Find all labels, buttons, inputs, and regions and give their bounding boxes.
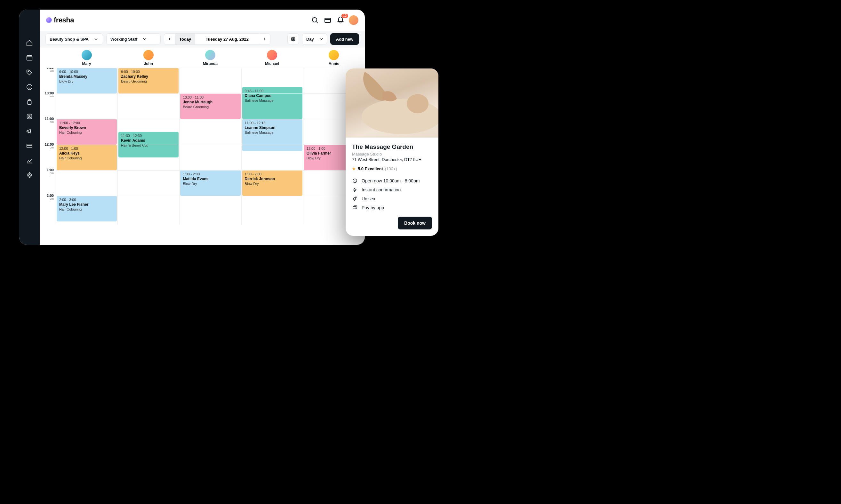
toolbar: Beauty Shop & SPA Working Staff Today Tu… [40,31,365,47]
appointment-service: Beard Grooming [121,79,176,83]
next-day-button[interactable] [259,33,270,45]
feature-payment: Pay by app [352,203,432,212]
time-gutter: 9:00am10:00am11:00am12:00pm1:00pm2:00pm [40,68,56,225]
calendar-column[interactable]: 9:45 - 11:00Diana CamposBalinese Massage… [241,68,303,225]
feature-confirmation: Instant confirmation [352,185,432,194]
appointment[interactable]: 2:00 - 3:00Mary Lee FisherHair Colouring [57,196,117,221]
sidebar [19,10,40,245]
gear-icon [290,36,296,41]
bell-icon[interactable]: 12 [336,16,345,25]
appointment[interactable]: 12:00 - 1:00Alicia KeysHair Colouring [57,145,117,170]
appointment-time: 2:00 - 3:00 [59,198,114,202]
staff-header-item: Michael [241,50,303,66]
appointment[interactable]: 1:00 - 2:00Derrick JohnsonBlow Dry [242,170,302,196]
staff-header-item: Miranda [179,50,241,66]
time-label: 9:00am [47,68,54,72]
svg-rect-3 [28,101,31,104]
appointment-service: Balinese Massage [245,98,300,103]
time-label: 12:00pm [45,143,54,149]
calendar-icon[interactable] [25,54,33,61]
appointment[interactable]: 9:00 - 10:00Brenda MasseyBlow Dry [57,68,117,93]
svg-point-14 [353,198,356,200]
appointment[interactable]: 9:00 - 10:00Zachary KelleyBeard Grooming [119,68,179,93]
staff-avatar [267,50,277,60]
svg-point-8 [312,18,317,22]
user-icon[interactable] [25,113,33,120]
book-now-button[interactable]: Book now [398,217,432,230]
appointment-client: Mary Lee Fisher [59,202,114,207]
date-navigation: Today Tuesday 27 Aug, 2022 [164,33,270,45]
appointment[interactable]: 9:45 - 11:00Diana CamposBalinese Massage [242,87,302,119]
appointment-client: Leanne Simpson [245,125,300,130]
star-icon: ★ [352,166,356,171]
calendar-column[interactable]: 9:00 - 10:00Zachary KelleyBeard Grooming… [118,68,179,225]
svg-point-1 [28,71,29,72]
appointment-service: Blow Dry [245,182,300,185]
calendar-grid: 9:00am10:00am11:00am12:00pm1:00pm2:00pm … [40,68,365,245]
booking-image [346,69,439,138]
view-mode-select[interactable]: Day [302,33,327,45]
time-label: 1:00pm [47,168,54,175]
staff-select[interactable]: Working Staff [106,33,161,45]
chevron-right-icon [263,37,266,41]
appointment-service: Balinese Massage [245,130,300,134]
appointment-client: Zachary Kelley [121,74,176,79]
megaphone-icon[interactable] [25,127,33,135]
staff-header-item: Annie [303,50,365,66]
wallet-icon[interactable] [323,16,332,25]
svg-point-10 [292,38,294,40]
prev-day-button[interactable] [164,33,175,45]
appointment[interactable]: 11:00 - 12:00Beverly BrownHair Colouring [57,119,117,145]
add-new-button[interactable]: Add new [330,33,359,45]
gender-icon [352,196,358,201]
appointment-time: 1:00 - 2:00 [183,172,238,176]
feature-hours: Open now 10:00am - 8:00pm [352,176,432,185]
logo-text: fresha [54,16,74,24]
location-select[interactable]: Beauty Shop & SPA [46,33,103,45]
user-avatar[interactable] [349,15,358,25]
staff-avatar [82,50,92,60]
staff-header: Mary John Miranda Michael Annie [40,47,365,68]
chart-icon[interactable] [25,157,33,164]
appointment[interactable]: 10:00 - 11:00Jenny MurtaughBeard Groomin… [180,93,240,119]
topbar: fresha 12 [40,10,365,31]
home-icon[interactable] [25,39,33,47]
appointment-service: Blow Dry [183,182,238,185]
appointment-time: 11:00 - 12:15 [245,121,300,125]
card-icon[interactable] [25,142,33,150]
appointment-time: 11:00 - 12:00 [59,121,114,125]
appointment[interactable]: 11:00 - 12:15Leanne SimpsonBalinese Mass… [242,119,302,151]
appointment-time: 9:00 - 10:00 [121,70,176,74]
current-date[interactable]: Tuesday 27 Aug, 2022 [195,33,259,45]
search-icon[interactable] [310,16,319,25]
product-icon[interactable] [25,98,33,106]
gear-icon[interactable] [25,172,33,179]
appointment-client: Beverly Brown [59,125,114,130]
appointment-time: 11:30 - 12:30 [121,134,176,138]
appointment-client: Diana Campos [245,93,300,98]
rating-value: 5.0 Excellent [358,166,383,171]
business-name: The Massage Garden [352,143,432,150]
appointment[interactable]: 1:00 - 2:00Matilda EvansBlow Dry [180,170,240,196]
calendar-column[interactable]: 10:00 - 11:00Jenny MurtaughBeard Groomin… [179,68,241,225]
app-window: fresha 12 Beauty Shop & SPA Working Staf… [19,10,365,245]
smile-icon[interactable] [25,83,33,91]
appointment-service: Hair Colouring [59,130,114,134]
settings-button[interactable] [287,33,299,45]
appointment-service: Blow Dry [59,79,114,83]
svg-rect-9 [325,18,330,22]
staff-avatar [143,50,154,60]
today-button[interactable]: Today [175,33,195,45]
calendar-column[interactable]: 9:00 - 10:00Brenda MasseyBlow Dry11:00 -… [56,68,118,225]
svg-point-7 [29,175,31,176]
booking-card: The Massage Garden Massage Studio 71 Wes… [346,69,439,236]
staff-avatar [329,50,339,60]
svg-rect-15 [353,207,356,209]
appointment-client: Kevin Adams [121,138,176,143]
staff-select-label: Working Staff [110,37,137,41]
tag-icon[interactable] [25,69,33,76]
staff-header-item: John [118,50,179,66]
staff-avatar [205,50,215,60]
business-type: Massage Studio [352,152,432,157]
business-address: 71 West Street, Dorchester, DT7 5UH [352,157,432,162]
